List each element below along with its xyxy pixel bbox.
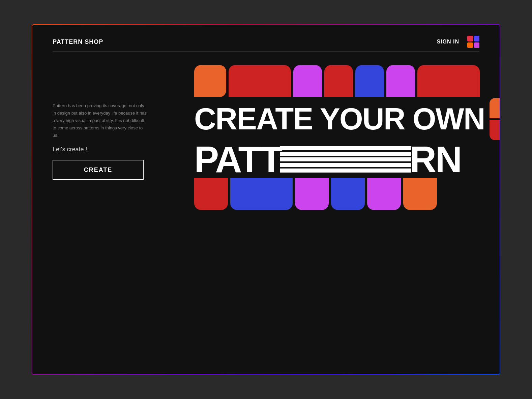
logo-square-tr [474,36,480,41]
own-shape-red [490,120,500,140]
headline-create-your-own: CREATE YOUR OWN [194,104,485,134]
outer-frame: PATTERN SHOP SIGN IN Pattern has been pr… [32,24,500,375]
own-trailing-shapes [490,98,500,140]
left-column: Pattern has been proving its coverage, n… [53,62,194,361]
app-logo-icon[interactable] [467,36,479,48]
cta-subtext: Let's create ! [53,146,194,153]
shape-bottom-blue-2 [331,178,365,210]
shape-orange-1 [194,65,226,97]
header: PATTERN SHOP SIGN IN [53,36,479,48]
shape-red-wide-1 [229,65,291,97]
stripe-3 [280,157,411,161]
logo-square-tl [467,36,473,41]
shape-red-2 [324,65,353,97]
bottom-shapes-row [194,178,500,213]
pattern-text-right: RN [410,141,461,178]
stripe-4 [280,163,411,167]
sign-in-link[interactable]: SIGN IN [437,39,459,45]
pattern-stripes [280,146,411,173]
description-text: Pattern has been proving its coverage, n… [53,102,147,139]
right-visual: CREATE YOUR OWN PATT [194,62,500,361]
stripe-2 [280,152,411,156]
shape-purple-2 [386,65,415,97]
headline-row-1: CREATE YOUR OWN [194,97,500,141]
header-divider [53,51,479,52]
main-layout: Pattern has been proving its coverage, n… [53,62,479,361]
shape-bottom-red [194,178,228,210]
shape-bottom-orange [403,178,437,210]
stripe-1 [280,146,411,150]
logo: PATTERN SHOP [53,38,103,45]
header-right: SIGN IN [437,36,479,48]
create-button[interactable]: CREATE [53,160,144,180]
own-shape-orange [490,98,500,118]
logo-square-bl [467,42,473,48]
shape-bottom-purple-2 [367,178,401,210]
shape-bottom-blue-wide [230,178,293,210]
shape-red-wide-2 [417,65,480,97]
logo-square-br [474,42,480,48]
pattern-row: PATT RN [194,141,500,178]
top-shapes-row [194,62,500,97]
main-container: PATTERN SHOP SIGN IN Pattern has been pr… [32,25,500,374]
stripe-5 [280,168,411,173]
shape-bottom-purple [295,178,329,210]
pattern-text-left: PATT [194,141,282,178]
shape-blue-1 [355,65,384,97]
shape-purple-1 [293,65,322,97]
